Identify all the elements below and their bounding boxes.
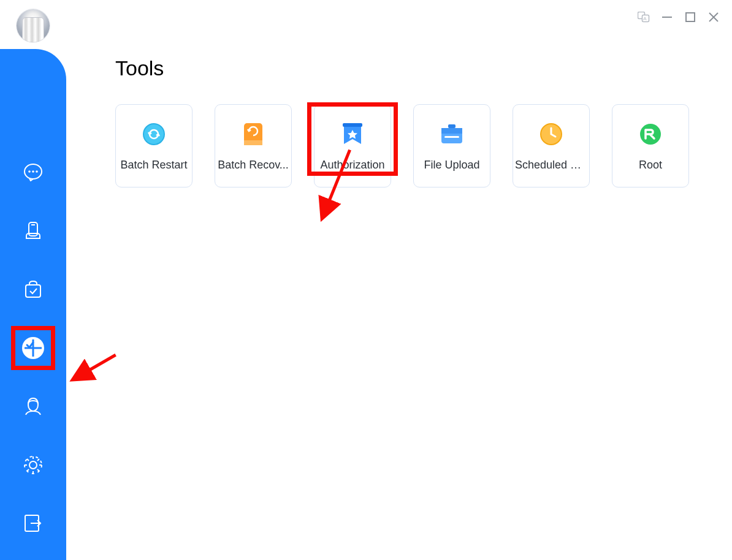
svg-rect-24	[343, 123, 362, 127]
sidebar-item-apps[interactable]	[15, 271, 51, 308]
tool-grid: Batch Restart Batch Recov...	[115, 104, 714, 187]
schedule-icon	[539, 122, 563, 146]
upload-icon	[440, 122, 464, 146]
maximize-button[interactable]	[684, 11, 696, 23]
svg-point-9	[32, 170, 34, 173]
recovery-icon	[241, 122, 265, 146]
window-controls: A	[638, 11, 720, 23]
svg-point-17	[29, 461, 37, 469]
svg-point-8	[28, 170, 31, 173]
svg-rect-27	[441, 128, 462, 134]
svg-rect-23	[244, 140, 262, 145]
close-button[interactable]	[707, 11, 720, 23]
restart-icon	[142, 122, 166, 146]
sidebar-item-devices[interactable]	[15, 213, 51, 249]
svg-rect-25	[448, 124, 456, 128]
sidebar-item-tools[interactable]	[15, 330, 51, 366]
svg-text:A: A	[643, 16, 647, 21]
sidebar-item-profile[interactable]	[15, 388, 51, 425]
tools-grid-icon	[21, 336, 45, 360]
device-icon	[22, 220, 44, 242]
sidebar-item-chat[interactable]	[15, 154, 51, 191]
sidebar	[0, 49, 66, 560]
page-title: Tools	[115, 56, 714, 80]
language-icon[interactable]: A	[638, 11, 650, 23]
bag-icon	[22, 279, 44, 301]
gear-icon	[22, 454, 44, 476]
main-content: Tools Batch Restart	[66, 49, 732, 560]
tool-root[interactable]: Root	[612, 104, 689, 187]
root-icon	[638, 122, 663, 146]
svg-rect-4	[686, 13, 695, 21]
tool-batch-restart[interactable]: Batch Restart	[115, 104, 193, 187]
tool-authorization[interactable]: Authorization	[314, 104, 391, 187]
svg-rect-28	[444, 136, 459, 138]
svg-rect-13	[26, 285, 40, 297]
sidebar-item-settings[interactable]	[15, 447, 51, 483]
bookmark-star-icon	[340, 122, 365, 146]
tool-file-upload[interactable]: File Upload	[413, 104, 490, 187]
chat-icon	[22, 162, 44, 184]
sidebar-item-logout[interactable]	[15, 505, 51, 542]
tool-label: Root	[614, 159, 687, 172]
avatar[interactable]	[17, 9, 50, 42]
tool-label: File Upload	[416, 159, 488, 172]
minimize-button[interactable]	[661, 11, 673, 23]
tool-scheduled-restart[interactable]: Scheduled R...	[513, 104, 590, 187]
avatar-image	[22, 17, 44, 42]
tool-label: Batch Recov...	[217, 159, 289, 172]
tool-label: Scheduled R...	[515, 159, 587, 172]
logout-icon	[22, 512, 44, 534]
svg-point-10	[36, 170, 38, 173]
tool-label: Batch Restart	[118, 159, 190, 172]
tool-batch-recovery[interactable]: Batch Recov...	[215, 104, 292, 187]
user-icon	[22, 395, 44, 417]
